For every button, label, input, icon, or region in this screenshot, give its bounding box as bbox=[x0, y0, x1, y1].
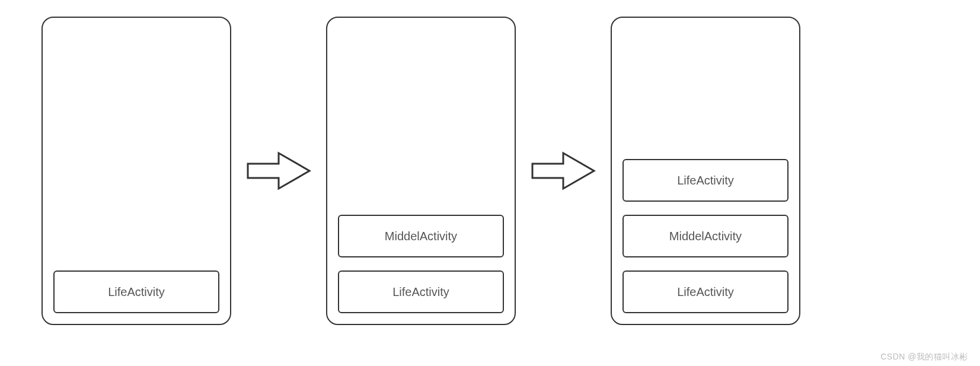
activity-stack-1: LifeActivity bbox=[42, 17, 231, 325]
activity-stack-2: MiddelActivity LifeActivity bbox=[326, 17, 516, 325]
activity-item: LifeActivity bbox=[338, 270, 504, 313]
activity-item: LifeActivity bbox=[53, 270, 219, 313]
activity-stack-3: LifeActivity MiddelActivity LifeActivity bbox=[611, 17, 800, 325]
activity-item: LifeActivity bbox=[623, 270, 789, 313]
activity-item: MiddelActivity bbox=[623, 215, 789, 257]
activity-item: MiddelActivity bbox=[338, 215, 504, 257]
watermark-text: CSDN @我的猫叫冰彬 bbox=[880, 352, 968, 362]
activity-item: LifeActivity bbox=[623, 159, 789, 202]
arrow-icon bbox=[243, 147, 314, 195]
arrow-icon bbox=[528, 147, 599, 195]
diagram-container: LifeActivity MiddelActivity LifeActivity… bbox=[0, 0, 980, 342]
